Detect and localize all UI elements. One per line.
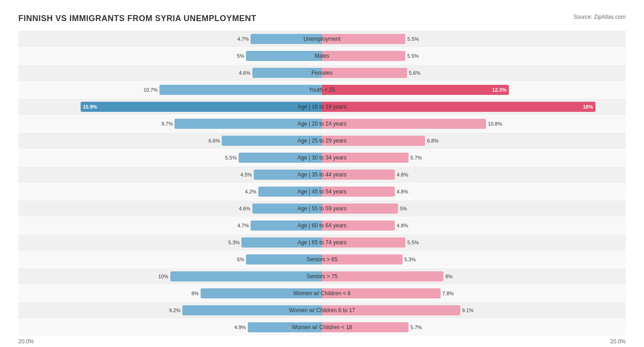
bar-blue: 4.6% [252, 68, 322, 78]
chart-container: FINNISH VS IMMIGRANTS FROM SYRIA UNEMPLO… [9, 9, 635, 347]
table-row: 10.7%12.3%Youth < 25 [18, 82, 626, 98]
left-half: 4.6% [18, 200, 322, 217]
bar-value-right: 7.8% [442, 291, 454, 296]
bar-value-left: 4.2% [245, 189, 257, 194]
bar-pink: 5.7% [322, 153, 409, 163]
left-half: 5.3% [18, 234, 322, 251]
bar-value-left: 4.6% [239, 70, 250, 76]
bar-value-right: 5.7% [410, 155, 422, 160]
bar-value-left: 4.9% [235, 325, 246, 330]
left-half: 5.5% [18, 149, 322, 166]
right-half: 5.5% [322, 234, 626, 251]
bar-blue: 5% [246, 254, 322, 264]
bar-blue: 10% [170, 271, 322, 281]
bar-pink: 5.6% [322, 68, 407, 78]
right-half: 5.3% [322, 251, 626, 268]
bar-value-right: 10.8% [488, 121, 502, 127]
right-half: 5% [322, 200, 626, 217]
left-half: 5% [18, 48, 322, 64]
bar-value-left: 4.5% [240, 172, 252, 177]
table-row: 5.3%5.5%Age | 65 to 74 years [18, 234, 626, 251]
bar-pink: 5.3% [322, 254, 403, 264]
bar-pink: 10.8% [322, 119, 486, 129]
bar-blue: 5.5% [239, 153, 322, 163]
bar-value-left: 5% [237, 53, 244, 59]
bar-blue: 4.7% [251, 34, 322, 44]
bar-value-right: 5.3% [404, 257, 416, 262]
bar-blue: 4.9% [248, 322, 322, 332]
left-half: 9.7% [18, 116, 322, 132]
table-row: 10%8%Seniors > 75 [18, 268, 626, 285]
left-half: 4.7% [18, 31, 322, 47]
bar-value-right: 8% [445, 274, 453, 279]
bar-blue: 15.9% [81, 102, 322, 112]
table-row: 9.7%10.8%Age | 20 to 24 years [18, 116, 626, 132]
right-half: 5.7% [322, 149, 626, 166]
left-half: 8% [18, 285, 322, 302]
right-half: 5.5% [322, 31, 626, 47]
bar-value-left: 5.5% [225, 155, 237, 160]
bar-blue: 9.7% [175, 119, 322, 129]
right-half: 4.8% [322, 166, 626, 183]
bar-value-right: 5.6% [409, 70, 420, 76]
bar-blue: 9.2% [182, 305, 322, 315]
right-half: 18% [322, 99, 626, 115]
right-half: 10.8% [322, 116, 626, 132]
bar-pink: 5.5% [322, 34, 405, 44]
bar-blue: 6.6% [222, 136, 322, 146]
bar-value-right: 5.7% [410, 325, 422, 330]
left-half: 9.2% [18, 302, 322, 319]
table-row: 6.6%6.8%Age | 25 to 29 years [18, 132, 626, 149]
bar-value-right: 4.8% [397, 223, 408, 228]
bar-value-right: 4.8% [397, 189, 408, 194]
bar-pink: 4.8% [322, 170, 395, 180]
bar-pink: 12.3% [322, 85, 509, 95]
left-half: 15.9% [18, 99, 322, 115]
bar-pink: 9.1% [322, 305, 460, 315]
bar-value-left: 10% [158, 274, 168, 279]
bar-blue: 5% [246, 51, 322, 61]
chart-title: FINNISH VS IMMIGRANTS FROM SYRIA UNEMPLO… [18, 14, 257, 23]
bar-pink: 5.5% [322, 237, 405, 248]
left-half: 5% [18, 251, 322, 268]
table-row: 9.2%9.1%Women w/ Children 6 to 17 [18, 302, 626, 319]
table-row: 4.7%5.5%Unemployment [18, 31, 626, 47]
right-half: 4.8% [322, 217, 626, 234]
bar-pink: 4.8% [322, 187, 395, 197]
axis-left: 20.0% [18, 338, 34, 345]
bar-blue: 4.6% [252, 204, 322, 214]
left-half: 4.2% [18, 183, 322, 200]
right-half: 9.1% [322, 302, 626, 319]
chart-source: Source: ZipAtlas.com [573, 14, 626, 20]
right-half: 5.5% [322, 48, 626, 64]
table-row: 15.9%18%Age | 16 to 19 years [18, 99, 626, 115]
table-row: 4.6%5.6%Females [18, 65, 626, 81]
bar-value-left: 4.7% [237, 36, 249, 42]
bar-value-right: 9.1% [462, 308, 474, 313]
bar-blue: 4.5% [254, 170, 322, 180]
bar-blue: 8% [201, 288, 322, 298]
bar-pink: 5.5% [322, 51, 405, 61]
right-half: 5.6% [322, 65, 626, 81]
left-half: 6.6% [18, 132, 322, 149]
bar-value-right: 6.8% [427, 138, 438, 143]
table-row: 4.6%5%Age | 55 to 59 years [18, 200, 626, 217]
bar-pink: 8% [322, 271, 443, 281]
table-row: 5.5%5.7%Age | 30 to 34 years [18, 149, 626, 166]
chart-rows-wrapper: 4.7%5.5%Unemployment5%5.5%Males4.6%5.6%F… [18, 31, 626, 336]
bar-value-left: 5% [237, 257, 244, 262]
right-half: 4.8% [322, 183, 626, 200]
bar-pink: 5% [322, 204, 398, 214]
left-half: 4.5% [18, 166, 322, 183]
bar-blue: 4.2% [258, 187, 322, 197]
table-row: 4.5%4.8%Age | 35 to 44 years [18, 166, 626, 183]
bar-value-right: 5.5% [407, 53, 419, 59]
bar-value-left: 4.7% [237, 223, 249, 228]
bar-pink: 7.8% [322, 288, 441, 298]
table-row: 4.2%4.8%Age | 45 to 54 years [18, 183, 626, 200]
bar-value-left: 4.6% [239, 206, 250, 211]
bar-pink: 5.7% [322, 322, 409, 332]
bar-value-right: 5.5% [407, 240, 419, 245]
right-half: 8% [322, 268, 626, 285]
table-row: 8%7.8%Women w/ Children < 6 [18, 285, 626, 302]
